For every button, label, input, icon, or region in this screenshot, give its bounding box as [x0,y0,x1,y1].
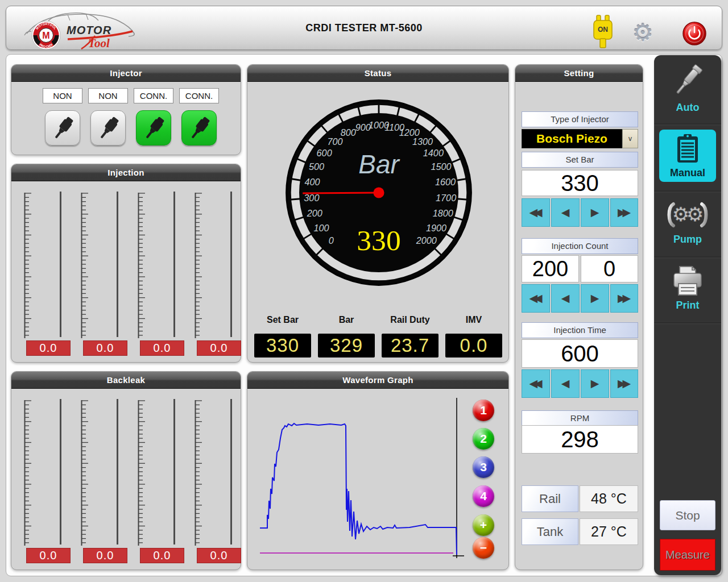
settings-gear-icon[interactable]: ⚙ [630,19,656,47]
svg-text:0: 0 [329,235,334,246]
svg-text:400: 400 [304,177,320,187]
logo-script-text: Tool [88,36,110,49]
sidebar-label-auto: Auto [654,102,721,114]
set-bar-increase-button[interactable]: ▶ [581,198,609,227]
backleak2-value: 0.0 [83,548,127,563]
backleak-gauge-3: 0.0 [133,389,190,569]
injection-gauge-4: 0.0 [190,181,247,362]
set-bar-decrease-button[interactable]: ◀ [551,198,580,227]
power-button[interactable] [682,21,707,46]
status-panel-title: Status [247,65,508,82]
svg-text:300: 300 [304,193,319,203]
injection-count-decrease-button[interactable]: ◀ [551,284,580,313]
injection-count-fast-increase-button[interactable]: ▶▶ [610,284,638,313]
auto-injector-icon [669,62,706,99]
injection-count-fast-decrease-button[interactable]: ◀◀ [522,284,550,313]
readout-label-setbar: Set Bar [254,315,311,325]
readout-setbar-value: 330 [254,334,311,357]
stop-button[interactable]: Stop [660,500,715,530]
backleak-gauge-1: 0.0 [19,389,76,569]
svg-text:1300: 1300 [412,136,433,147]
mode-sidebar: Auto Manual ⚙ ⚙ Pump [654,55,721,575]
injection-time-increase-button[interactable]: ▶ [581,369,609,398]
pump-gears-icon: ⚙ ⚙ [665,198,710,231]
injector1-button[interactable] [45,110,80,146]
tank-temp-label: Tank [522,518,578,545]
injector-icon [52,116,75,141]
backleak-gauge-2: 0.0 [76,389,133,569]
set-bar-value[interactable]: 330 [522,170,638,196]
injector-icon [143,116,166,141]
injection-count-label: Injection Count [522,238,638,254]
rail-temp-value: 48 °C [580,485,638,512]
injector4-button[interactable] [181,110,217,146]
tank-temp-value: 27 °C [580,518,638,545]
backleak3-value: 0.0 [140,548,184,563]
injector2-button[interactable] [90,110,126,146]
set-bar-fast-increase-button[interactable]: ▶▶ [610,198,638,227]
channel-1-button[interactable]: 1 [473,400,494,421]
main-content: Injector NON NON CONN. CONN. Injection 0… [6,54,722,576]
backleak4-value: 0.0 [197,548,241,563]
ruler-ticks [81,192,92,339]
zoom-in-button[interactable]: + [473,514,494,536]
sidebar-divider [654,257,721,258]
sidebar-item-auto[interactable]: Auto [654,62,721,123]
sidebar-item-manual[interactable]: Manual [659,130,716,182]
svg-text:1800: 1800 [433,208,453,218]
injection4-value: 0.0 [197,340,241,356]
injector1-status: NON [43,88,82,103]
injector-icon [98,116,120,141]
injection-time-fast-decrease-button[interactable]: ◀◀ [522,369,550,398]
readout-label-bar: Bar [318,315,375,325]
sidebar-item-pump[interactable]: ⚙ ⚙ Pump [654,198,721,257]
injection-count-current: 0 [581,255,638,282]
chevron-down-icon: v [628,135,632,143]
manual-clipboard-icon [673,133,702,165]
injection-time-label: Injection Time [522,322,638,338]
sidebar-item-print[interactable]: Print [654,264,721,323]
measure-button[interactable]: Measure [660,539,715,571]
injection-time-value[interactable]: 600 [522,339,638,368]
injector4-status: CONN. [179,88,219,103]
sidebar-label-print: Print [654,300,721,311]
channel-3-button[interactable]: 3 [473,456,494,478]
injection-count-target[interactable]: 200 [522,255,579,282]
ruler-ticks [138,399,149,547]
svg-text:2000: 2000 [416,235,437,246]
gauge-unit-label: Bar [358,149,400,179]
injection-gauge-1: 0.0 [19,181,76,362]
gauge-track [60,399,61,544]
gauge-track [117,192,118,337]
injector-type-dropdown-button[interactable]: v [622,129,638,148]
readout-railduty-value: 23.7 [382,334,439,357]
gauge-track [60,192,61,337]
power-plug-icon[interactable]: ON [590,14,616,49]
injection-time-fast-increase-button[interactable]: ▶▶ [610,369,638,398]
injection-count-increase-button[interactable]: ▶ [581,284,609,313]
zoom-out-button[interactable]: − [473,537,494,559]
svg-text:1500: 1500 [431,161,451,172]
rail-temp-label: Rail [522,485,578,512]
injector3-button[interactable] [136,110,171,146]
setting-panel-title: Setting [515,65,643,82]
injector-type-value[interactable]: Bosch Piezo [522,129,622,148]
svg-text:600: 600 [317,148,332,158]
set-bar-fast-decrease-button[interactable]: ◀◀ [522,198,550,227]
injection3-value: 0.0 [140,340,184,356]
gauge-needle [303,193,382,193]
svg-text:200: 200 [307,208,322,218]
channel-2-button[interactable]: 2 [473,428,494,450]
svg-text:100: 100 [313,223,329,233]
backleak-panel-title: Backleak [11,372,241,389]
gauge-track [230,399,232,544]
injector-icon [189,116,211,141]
injection-panel: Injection 0.0 0.0 0.0 0.0 [11,164,241,363]
backleak-gauge-4: 0.0 [190,389,247,569]
readout-imv-value: 0.0 [445,334,502,357]
gauge-value: 330 [357,224,400,256]
rpm-value: 298 [522,425,638,454]
injection-time-decrease-button[interactable]: ◀ [551,369,580,398]
channel-4-button[interactable]: 4 [473,485,494,507]
gauge-track [173,399,175,544]
